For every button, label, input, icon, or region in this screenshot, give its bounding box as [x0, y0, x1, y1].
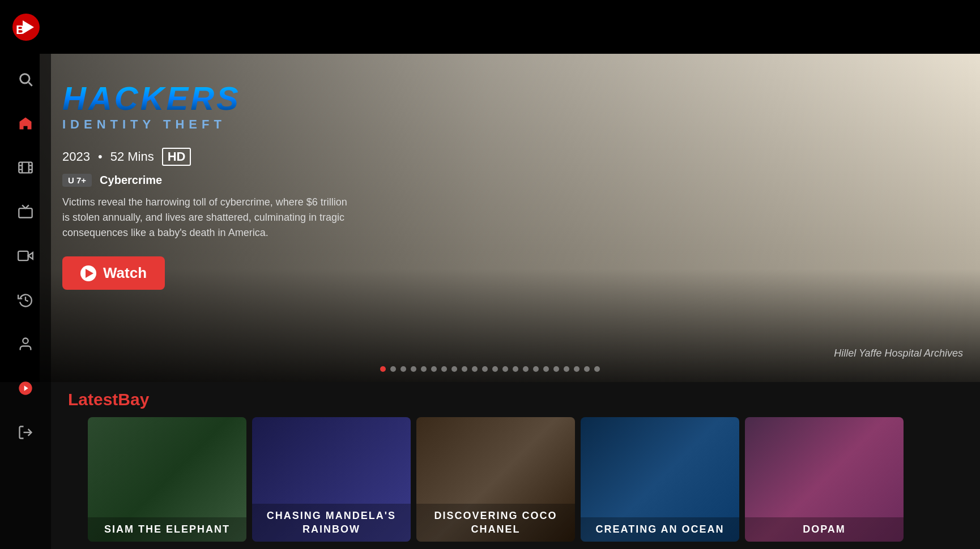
carousel-dot-4[interactable]: [421, 366, 427, 372]
carousel-dot-5[interactable]: [431, 366, 437, 372]
tv-icon: [18, 204, 33, 220]
sidebar-item-live[interactable]: [11, 374, 40, 402]
hero-subtitle: IDENTITY THEFT: [62, 117, 357, 132]
sidebar: [0, 54, 51, 549]
svg-point-15: [23, 338, 28, 344]
carousel-dot-18[interactable]: [564, 366, 569, 372]
sidebar-item-logout[interactable]: [11, 418, 40, 447]
carousel-dot-2[interactable]: [400, 366, 406, 372]
user-icon: [18, 336, 33, 352]
thumbnail-bg-dopam: DOPAM: [745, 417, 904, 542]
carousel-dot-11[interactable]: [492, 366, 498, 372]
hero-content: HACKERS IDENTITY THEFT 2023 • 52 Mins HD…: [62, 82, 357, 290]
watch-label: Watch: [103, 264, 147, 282]
logo[interactable]: B: [11, 12, 41, 42]
logo-icon: B: [11, 12, 41, 42]
live-icon: [18, 380, 33, 396]
svg-rect-14: [18, 251, 28, 260]
hero-section: HACKERS IDENTITY THEFT 2023 • 52 Mins HD…: [0, 54, 980, 382]
hero-genre: Cybercrime: [100, 174, 162, 187]
carousel-dot-19[interactable]: [574, 366, 580, 372]
carousel-dot-1[interactable]: [390, 366, 396, 372]
section-title-red: Bay: [118, 390, 149, 409]
hero-quality: HD: [162, 148, 191, 166]
sidebar-item-tv[interactable]: [11, 198, 40, 226]
svg-line-4: [29, 83, 32, 86]
video-icon: [18, 248, 33, 264]
home-icon: [18, 115, 33, 131]
svg-point-3: [20, 74, 29, 83]
sidebar-item-search[interactable]: [11, 65, 40, 93]
carousel-dot-20[interactable]: [584, 366, 590, 372]
carousel-dot-6[interactable]: [441, 366, 447, 372]
thumbnail-bg-ocean: CREATING AN OCEAN: [581, 417, 739, 542]
search-icon: [18, 71, 33, 87]
sidebar-item-history[interactable]: [11, 286, 40, 314]
svg-rect-5: [19, 162, 32, 173]
carousel-dot-16[interactable]: [543, 366, 549, 372]
section-title-white: Latest: [68, 390, 118, 409]
bottom-section: LatestBay SIAM THE ELEPHANTCHASING MANDE…: [0, 382, 980, 549]
thumbnail-title-dopam: DOPAM: [745, 517, 904, 542]
logout-icon: [18, 424, 33, 440]
rating-badge: U 7+: [62, 174, 92, 187]
carousel-dots: [380, 366, 600, 372]
thumbnail-bg-siam: SIAM THE ELEPHANT: [88, 417, 246, 542]
carousel-dot-13[interactable]: [513, 366, 518, 372]
hero-duration: 52 Mins: [110, 149, 154, 164]
thumbnail-coco[interactable]: DISCOVERING COCO CHANEL: [416, 417, 575, 542]
hero-title: HACKERS: [62, 82, 357, 115]
carousel-dot-15[interactable]: [533, 366, 539, 372]
thumbnail-title-siam: SIAM THE ELEPHANT: [88, 517, 246, 542]
hero-meta: 2023 • 52 Mins HD: [62, 148, 357, 166]
thumbnail-ocean[interactable]: CREATING AN OCEAN: [581, 417, 739, 542]
top-bar: B: [0, 0, 980, 54]
carousel-dot-21[interactable]: [594, 366, 600, 372]
carousel-dot-9[interactable]: [472, 366, 478, 372]
watch-play-icon: [80, 265, 96, 281]
carousel-dot-3[interactable]: [411, 366, 416, 372]
thumbnail-title-coco: DISCOVERING COCO CHANEL: [416, 504, 575, 542]
thumbnail-title-mandela: CHASING MANDELA'S RAINBOW: [252, 504, 411, 542]
history-icon: [18, 292, 33, 308]
film-icon: [18, 160, 33, 175]
watch-button[interactable]: Watch: [62, 256, 165, 290]
hero-description: Victims reveal the harrowing toll of cyb…: [62, 195, 357, 241]
carousel-dot-10[interactable]: [482, 366, 488, 372]
thumbnail-dopam[interactable]: DOPAM: [745, 417, 904, 542]
svg-rect-12: [19, 208, 32, 217]
svg-marker-13: [28, 252, 33, 259]
svg-text:B: B: [16, 23, 25, 37]
thumbnail-bg-mandela: CHASING MANDELA'S RAINBOW: [252, 417, 411, 542]
sidebar-item-profile[interactable]: [11, 330, 40, 358]
hero-dot: •: [98, 149, 103, 164]
carousel-dot-14[interactable]: [523, 366, 529, 372]
thumbnail-mandela[interactable]: CHASING MANDELA'S RAINBOW: [252, 417, 411, 542]
carousel-dot-8[interactable]: [462, 366, 467, 372]
carousel-dot-17[interactable]: [553, 366, 559, 372]
carousel-dot-12[interactable]: [502, 366, 508, 372]
carousel-dot-7[interactable]: [451, 366, 457, 372]
archive-credit: Hillel Yaffe Hospital Archives: [834, 348, 963, 359]
thumbnail-bg-coco: DISCOVERING COCO CHANEL: [416, 417, 575, 542]
thumbnails-row: SIAM THE ELEPHANTCHASING MANDELA'S RAINB…: [0, 417, 980, 542]
carousel-dot-0[interactable]: [380, 366, 386, 372]
hero-year: 2023: [62, 149, 90, 164]
sidebar-item-home[interactable]: [11, 109, 40, 138]
section-header: LatestBay: [0, 382, 980, 417]
hero-rating-row: U 7+ Cybercrime: [62, 174, 357, 187]
thumbnail-title-ocean: CREATING AN OCEAN: [581, 517, 739, 542]
thumbnail-siam[interactable]: SIAM THE ELEPHANT: [88, 417, 246, 542]
sidebar-item-movies[interactable]: [11, 153, 40, 182]
section-title: LatestBay: [68, 390, 149, 409]
sidebar-item-video[interactable]: [11, 242, 40, 270]
